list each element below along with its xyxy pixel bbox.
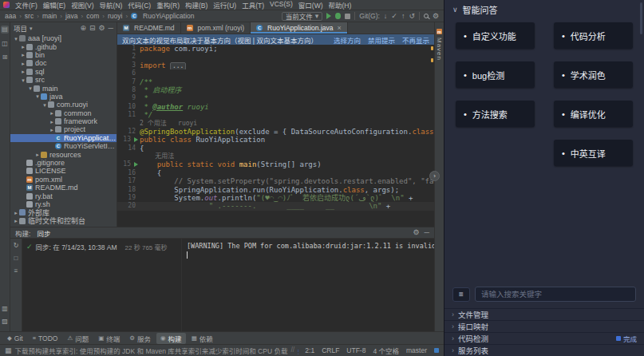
toolwindow-button-问题[interactable]: ⚠问题 [63, 333, 93, 344]
assistant-button[interactable]: •自定义功能 [456, 22, 535, 49]
breadcrumb-item[interactable]: RuoYiApplication [143, 12, 194, 20]
project-tree-item[interactable]: LICENSE [10, 167, 117, 175]
toolwindow-button-Git[interactable]: ◆Git [3, 334, 27, 343]
banner-link[interactable]: 选择方向 [334, 35, 361, 45]
toolwindow-button-构建[interactable]: ◉构建 [156, 333, 186, 344]
project-tree-item[interactable]: ▸project [10, 125, 117, 133]
minimize-icon[interactable]: ─ [425, 229, 429, 236]
run-config-select[interactable]: 当前文件 ▾ [282, 12, 323, 21]
build-settings-gear-icon[interactable]: ⚙ [413, 229, 420, 236]
git-commit-icon[interactable]: ✓ [391, 13, 397, 20]
statusbar-widget[interactable]: 2:1 [305, 346, 314, 354]
favorites-toolwindow-icon[interactable]: ▥ [2, 306, 8, 312]
build-console[interactable]: [WARNING] The POM for com.alibaba:druid:… [182, 239, 434, 331]
git-push-icon[interactable]: ↑ [401, 13, 405, 20]
assistant-button[interactable]: •bug检测 [456, 61, 535, 88]
stop-button[interactable] [345, 14, 350, 19]
toolwindow-button-依赖[interactable]: ▦依赖 [188, 333, 217, 344]
menu-item[interactable]: 文件(F) [15, 0, 38, 10]
git-update-icon[interactable]: ↓ [384, 13, 388, 20]
menu-item[interactable]: 帮助(H) [329, 0, 352, 10]
project-tree-item[interactable]: ▸临时文件和控制台 [10, 217, 117, 225]
build-tab-sync[interactable]: 同步 [37, 228, 50, 238]
refresh-icon[interactable]: ↻ [14, 242, 19, 249]
statusbar-widget[interactable]: master [406, 346, 427, 354]
breadcrumb-item[interactable]: main [42, 12, 57, 20]
project-tree-item[interactable]: ▸.github [10, 42, 117, 50]
run-button[interactable] [326, 13, 331, 19]
quick-access-icon[interactable]: ▦ [5, 347, 12, 354]
settings-gear-icon[interactable]: ⚙ [433, 13, 439, 20]
structure-toolwindow-icon[interactable]: ⊞ [2, 54, 8, 61]
search-icon[interactable] [424, 14, 429, 18]
notification-icon[interactable] [434, 348, 439, 353]
breadcrumb-item[interactable]: java [65, 12, 78, 20]
toolwindow-button-服务[interactable]: ⚙服务 [125, 333, 155, 344]
assistant-section[interactable]: ›服务列表 [444, 344, 644, 356]
run-gutter-icon[interactable] [134, 137, 138, 142]
project-tree-item[interactable]: ry.bat [10, 192, 117, 200]
menu-item[interactable]: 工具(T) [242, 0, 264, 10]
assistant-button[interactable]: •学术润色 [554, 61, 633, 88]
project-tree-item[interactable]: ▾com.ruoyi [10, 101, 117, 109]
toolwindow-button-终端[interactable]: ▣终端 [94, 333, 124, 344]
select-opened-file-icon[interactable]: ⊕ [80, 25, 86, 32]
git-rollback-icon[interactable]: ↺ [409, 13, 415, 20]
project-tree-item[interactable]: ▸common [10, 109, 117, 117]
breadcrumb-item[interactable]: com [86, 12, 99, 20]
menu-item[interactable]: 重构(R) [156, 0, 180, 10]
close-icon[interactable]: × [337, 24, 341, 32]
search-input[interactable] [475, 287, 636, 302]
menu-item[interactable]: 运行(U) [213, 0, 236, 10]
editor-tab[interactable]: mpom.xml (ruoyi) [181, 22, 251, 34]
filter-icon[interactable]: ≡ [14, 267, 18, 275]
statusbar-widget[interactable]: UTF-8 [346, 346, 365, 354]
assistant-button[interactable]: •代码分析 [554, 22, 633, 49]
warning-mark-icon[interactable] [431, 46, 433, 50]
statusbar-widget[interactable]: 4 个空格 [373, 346, 399, 355]
debug-button[interactable] [335, 13, 341, 19]
assistant-section[interactable]: ›代码检测完成 [444, 332, 644, 344]
project-tree-item[interactable]: ▾src [10, 76, 117, 84]
statusbar-widget[interactable]: CRLF [322, 346, 339, 354]
stop-sync-icon[interactable]: □ [14, 255, 18, 262]
project-toolwindow-icon[interactable]: ▤ [1, 26, 9, 34]
statusbar-link[interactable]: 始终下载 [298, 346, 298, 355]
assistant-button[interactable]: •中英互译 [554, 140, 633, 166]
assistant-section[interactable]: ›接口映射 [444, 320, 644, 332]
project-tree-item[interactable]: ▸sql [10, 68, 117, 76]
project-tree-item[interactable]: ry.sh [10, 200, 117, 208]
assistant-button[interactable]: •编译优化 [554, 101, 633, 127]
breadcrumb-item[interactable]: aaa [5, 12, 16, 20]
assistant-section[interactable]: ›文件管理 [444, 308, 644, 320]
project-tree-item[interactable]: ▾aaa [ruoyi] [10, 34, 117, 42]
chevron-down-icon[interactable]: ▾ [30, 26, 33, 31]
scrollbar-thumb[interactable] [640, 2, 642, 34]
project-tree-item[interactable]: ▾java [10, 93, 117, 101]
problems-toolwindow-icon[interactable]: ▨ [2, 318, 8, 325]
warning-mark-icon[interactable] [431, 58, 433, 62]
expand-stripe-button[interactable]: › [429, 171, 440, 181]
project-tree-item[interactable]: mpom.xml [10, 176, 117, 184]
banner-link[interactable]: 不再显示 [402, 35, 429, 45]
menu-item[interactable]: 窗口(W) [298, 0, 323, 10]
project-settings-gear-icon[interactable]: ⚙ [99, 25, 105, 32]
menu-hamburger-icon[interactable]: ≡ [452, 287, 470, 302]
menu-item[interactable]: 导航(N) [100, 0, 123, 10]
menu-item[interactable]: 编辑(E) [43, 0, 65, 10]
assistant-button[interactable]: •方法搜索 [456, 101, 535, 127]
hide-panel-icon[interactable]: ─ [109, 25, 113, 32]
project-tree-item[interactable]: ▸framework [10, 117, 117, 125]
project-tree-item[interactable]: .gitignore [10, 159, 117, 167]
project-tree-item[interactable]: ▸doc [10, 59, 117, 67]
editor-tab[interactable]: MREADME.md [117, 22, 181, 34]
project-tree-item[interactable]: ▾main [10, 84, 117, 92]
menu-item[interactable]: 视图(V) [71, 0, 93, 10]
project-tree-item[interactable]: CRuoYiApplication [10, 134, 117, 142]
maven-toolwindow-tab[interactable]: Maven [436, 38, 443, 61]
collapse-all-icon[interactable]: ⊟ [89, 25, 96, 32]
run-gutter-icon[interactable] [134, 162, 138, 167]
assistant-header[interactable]: ∨ 智能问答 [444, 0, 644, 19]
breadcrumb-item[interactable]: ruoyi [108, 12, 122, 20]
commit-toolwindow-icon[interactable]: ◫ [2, 41, 8, 47]
